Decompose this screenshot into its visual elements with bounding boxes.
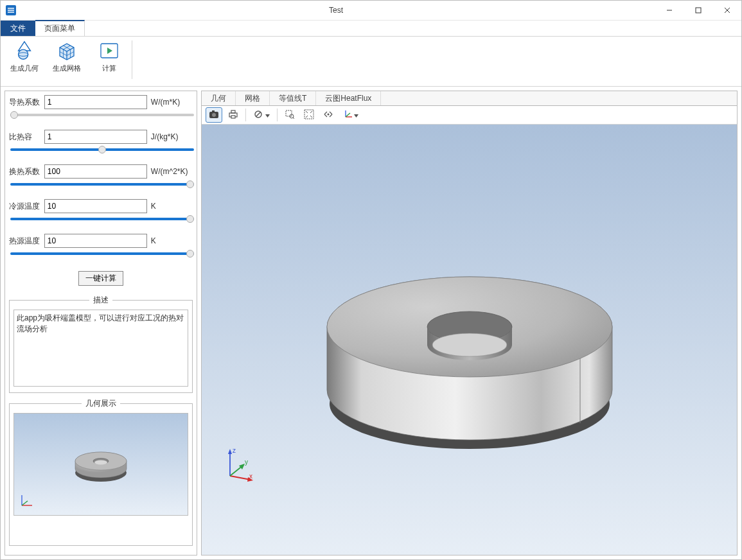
view-tabs: 几何 网格 等值线T 云图HeatFlux xyxy=(202,91,737,106)
param-cold-temp: 冷源温度 K xyxy=(9,199,193,222)
param-specific-heat-unit: J/(kg*K) xyxy=(151,132,193,141)
svg-line-16 xyxy=(22,501,28,505)
svg-point-6 xyxy=(19,49,28,59)
svg-rect-19 xyxy=(212,110,215,112)
param-thermal-conductivity-slider[interactable] xyxy=(10,114,194,116)
axis-z-label: z xyxy=(233,447,236,454)
param-thermal-conductivity-input[interactable] xyxy=(44,95,147,109)
param-heat-transfer-label: 换热系数 xyxy=(9,166,40,177)
param-heat-transfer: 换热系数 W/(m^2*K) xyxy=(9,164,193,188)
svg-point-18 xyxy=(212,113,216,117)
print-icon xyxy=(228,110,238,121)
ribbon-gen-geometry-label: 生成几何 xyxy=(10,64,39,73)
param-heat-transfer-input[interactable] xyxy=(44,164,147,179)
side-panel: 导热系数 W/(m*K) 比热容 J/(kg*K) 换热系数 W/ xyxy=(4,91,197,556)
maximize-button[interactable] xyxy=(684,1,712,20)
ribbon: 生成几何 生成网格 计算 xyxy=(1,37,741,87)
menu-file[interactable]: 文件 xyxy=(1,21,35,36)
tab-mesh[interactable]: 网格 xyxy=(236,91,270,105)
camera-icon xyxy=(209,110,219,121)
chevron-down-icon xyxy=(265,110,270,119)
svg-marker-25 xyxy=(265,114,270,118)
content-area: 导热系数 W/(m*K) 比热容 J/(kg*K) 换热系数 W/ xyxy=(1,87,741,559)
cancel-dropdown-button[interactable] xyxy=(250,107,273,123)
fit-view-icon xyxy=(304,109,314,121)
param-hot-temp-input[interactable] xyxy=(44,234,147,248)
axis-indicator: z y x xyxy=(224,446,256,484)
param-cold-temp-unit: K xyxy=(151,202,193,211)
minimize-button[interactable] xyxy=(655,1,684,20)
zoom-select-button[interactable] xyxy=(281,107,298,123)
param-heat-transfer-slider[interactable] xyxy=(10,183,194,186)
geometry-preview-model xyxy=(66,442,136,487)
svg-point-13 xyxy=(94,460,107,465)
axis-orientation-button[interactable] xyxy=(339,107,362,123)
axis-x-label: x xyxy=(249,473,252,480)
svg-rect-21 xyxy=(231,110,235,113)
param-specific-heat-slider[interactable] xyxy=(10,148,194,151)
reset-view-button[interactable] xyxy=(320,107,337,123)
preview-fieldset: 几何展示 xyxy=(9,398,193,546)
axis-y-label: y xyxy=(245,459,248,466)
main-panel: 几何 网格 等值线T 云图HeatFlux xyxy=(201,91,738,556)
description-fieldset: 描述 xyxy=(9,295,193,393)
param-hot-temp: 热源温度 K xyxy=(9,234,193,257)
param-hot-temp-label: 热源温度 xyxy=(9,236,40,247)
description-text[interactable] xyxy=(13,310,188,387)
svg-line-33 xyxy=(346,113,350,117)
tab-geometry[interactable]: 几何 xyxy=(202,91,236,105)
fit-view-button[interactable] xyxy=(301,107,317,123)
svg-point-30 xyxy=(328,113,330,115)
description-legend: 描述 xyxy=(89,295,112,306)
cube-mesh-icon xyxy=(57,40,77,61)
param-hot-temp-slider[interactable] xyxy=(10,252,194,255)
print-button[interactable] xyxy=(225,107,242,123)
svg-point-40 xyxy=(432,333,507,356)
chevron-down-icon xyxy=(354,110,358,119)
param-hot-temp-unit: K xyxy=(151,236,193,245)
param-cold-temp-input[interactable] xyxy=(44,199,147,213)
window-controls xyxy=(655,1,741,20)
param-cold-temp-label: 冷源温度 xyxy=(9,201,40,212)
ribbon-group: 生成几何 生成网格 计算 xyxy=(7,40,127,73)
window-title: Test xyxy=(17,6,655,15)
calculate-button[interactable]: 一键计算 xyxy=(78,271,123,286)
menubar: 文件 页面菜单 xyxy=(1,21,741,37)
geometry-preview[interactable] xyxy=(13,413,188,516)
close-button[interactable] xyxy=(712,1,741,20)
ribbon-separator xyxy=(132,40,132,79)
preview-axis-indicator xyxy=(18,493,35,511)
play-icon xyxy=(99,40,119,61)
cancel-icon xyxy=(254,110,264,121)
tab-isoline-t[interactable]: 等值线T xyxy=(270,91,316,105)
viewport-3d[interactable]: z y x xyxy=(202,125,737,555)
toolbar-separator-2 xyxy=(277,109,278,121)
svg-marker-9 xyxy=(107,48,112,54)
svg-line-28 xyxy=(293,118,294,119)
param-specific-heat: 比热容 J/(kg*K) xyxy=(9,130,193,153)
ribbon-gen-geometry-button[interactable]: 生成几何 xyxy=(7,40,42,73)
ribbon-gen-mesh-button[interactable]: 生成网格 xyxy=(49,40,84,73)
geometry-model xyxy=(290,216,649,473)
toolbar-separator-1 xyxy=(245,109,246,121)
svg-marker-34 xyxy=(354,114,358,118)
svg-line-24 xyxy=(256,112,260,116)
camera-button[interactable] xyxy=(206,107,222,123)
svg-rect-2 xyxy=(696,8,701,13)
param-heat-transfer-unit: W/(m^2*K) xyxy=(151,167,193,176)
view-toolbar xyxy=(202,106,737,125)
param-thermal-conductivity-unit: W/(m*K) xyxy=(151,98,193,107)
param-thermal-conductivity-label: 导热系数 xyxy=(9,97,40,108)
svg-rect-22 xyxy=(231,116,235,118)
tab-cloud-heatflux[interactable]: 云图HeatFlux xyxy=(316,91,381,105)
menu-page[interactable]: 页面菜单 xyxy=(35,20,85,36)
axis-icon xyxy=(343,109,353,121)
ribbon-compute-button[interactable]: 计算 xyxy=(92,40,127,73)
app-icon xyxy=(4,4,17,17)
param-specific-heat-input[interactable] xyxy=(44,130,147,144)
reset-view-icon xyxy=(323,109,333,121)
app-window: Test 文件 页面菜单 生成几何 生成网格 xyxy=(0,0,742,560)
param-cold-temp-slider[interactable] xyxy=(10,218,194,220)
sphere-triangle-icon xyxy=(14,40,35,61)
svg-line-43 xyxy=(230,476,251,480)
